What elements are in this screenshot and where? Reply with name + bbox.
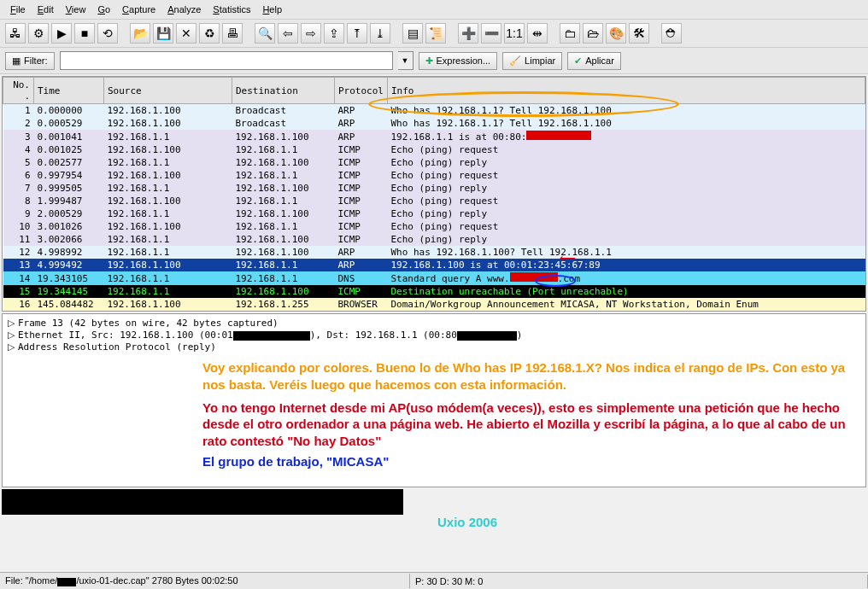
table-row[interactable]: 81.999487192.168.1.100192.168.1.1ICMPEch… — [3, 195, 865, 207]
table-row[interactable]: 1519.344145192.168.1.1192.168.1.100ICMPD… — [3, 285, 865, 298]
apply-button[interactable]: ✔ Aplicar — [567, 52, 621, 70]
menu-statistics[interactable]: Statistics — [208, 3, 255, 16]
tb-resize[interactable]: ⇹ — [527, 23, 548, 44]
status-file: File: "/home//uxio-01-dec.cap" 2780 Byte… — [0, 574, 410, 587]
packet-list-pane[interactable]: No. .TimeSourceDestinationProtocolInfo 1… — [2, 76, 866, 312]
table-row[interactable]: 134.999492192.168.1.100192.168.1.1ARP192… — [3, 259, 865, 271]
tb-zoomout[interactable]: ➖ — [481, 23, 501, 44]
menu-capture[interactable]: Capture — [117, 3, 161, 16]
table-row[interactable]: 1419.343105192.168.1.1192.168.1.1DNSStan… — [3, 271, 865, 285]
detail-arp[interactable]: ▷Address Resolution Protocol (reply) — [8, 341, 860, 353]
menu-help[interactable]: Help — [257, 3, 287, 16]
tb-capfilters[interactable]: 🗀 — [560, 23, 580, 44]
col-source[interactable]: Source — [104, 78, 232, 104]
table-row[interactable]: 30.001041192.168.1.1192.168.1.100ARP192.… — [3, 130, 865, 143]
tb-stop[interactable]: ■ — [74, 23, 95, 44]
tb-goback[interactable]: ⇦ — [278, 23, 298, 44]
tb-coloring[interactable]: 🎨 — [606, 23, 626, 44]
filter-label-btn[interactable]: ▦ Filter: — [5, 52, 55, 70]
tb-colorize[interactable]: ▤ — [402, 23, 423, 44]
col-info[interactable]: Info — [387, 78, 865, 104]
tb-dispfilters[interactable]: 🗁 — [583, 23, 603, 44]
tb-zoom100[interactable]: 1:1 — [504, 23, 525, 44]
tb-start[interactable]: ▶ — [51, 23, 72, 44]
tb-save[interactable]: 💾 — [153, 23, 173, 44]
status-packets: P: 30 D: 30 M: 0 — [410, 574, 868, 588]
detail-frame[interactable]: ▷Frame 13 (42 bytes on wire, 42 bytes ca… — [8, 318, 860, 329]
menubar: FileEditViewGoCaptureAnalyzeStatisticsHe… — [0, 0, 868, 20]
tb-restart[interactable]: ⟲ — [97, 23, 118, 44]
filter-input[interactable] — [60, 51, 393, 70]
tb-close[interactable]: ✕ — [176, 23, 196, 44]
tb-gofwd[interactable]: ⇨ — [301, 23, 321, 44]
table-row[interactable]: 60.997954192.168.1.100192.168.1.1ICMPEch… — [3, 169, 865, 182]
col-destination[interactable]: Destination — [232, 78, 335, 104]
expression-button[interactable]: ✚ Expression... — [419, 52, 498, 70]
hex-pane-redacted — [2, 489, 403, 515]
tb-autoscroll[interactable]: 📜 — [425, 23, 446, 44]
col-time[interactable]: Time — [34, 78, 104, 104]
table-row[interactable]: 10.000000192.168.1.100BroadcastARPWho ha… — [3, 104, 865, 118]
menu-go[interactable]: Go — [92, 3, 115, 16]
tb-first[interactable]: ⤒ — [347, 23, 367, 44]
table-row[interactable]: 20.000529192.168.1.100BroadcastARPWho ha… — [3, 117, 865, 130]
annotation-blue: El grupo de trabajo, "MICASA" — [202, 454, 859, 469]
tb-last[interactable]: ⤓ — [370, 23, 390, 44]
table-row[interactable]: 50.002577192.168.1.1192.168.1.100ICMPEch… — [3, 156, 865, 169]
filter-dropdown[interactable]: ▼ — [398, 51, 413, 70]
filter-icon: ▦ — [12, 55, 21, 67]
tb-prefs[interactable]: 🛠 — [629, 23, 649, 44]
table-row[interactable]: 16145.084482192.168.1.100192.168.1.255BR… — [3, 298, 865, 311]
menu-file[interactable]: File — [5, 3, 31, 16]
filter-toolbar: ▦ Filter: ▼ ✚ Expression... 🧹 Limpiar ✔ … — [0, 48, 868, 74]
filter-label: Filter: — [24, 55, 48, 66]
menu-analyze[interactable]: Analyze — [162, 3, 206, 16]
tb-zoomin[interactable]: ➕ — [458, 23, 478, 44]
table-row[interactable]: 70.999505192.168.1.1192.168.1.100ICMPEch… — [3, 182, 865, 195]
annotation-uxio: Uxio 2006 — [437, 515, 497, 529]
main-toolbar: 🖧 ⚙ ▶ ■ ⟲ 📂 💾 ✕ ♻ 🖶 🔍 ⇦ ⇨ ⇪ ⤒ ⤓ ▤ 📜 ➕ ➖ … — [0, 20, 868, 48]
table-row[interactable]: 92.000529192.168.1.1192.168.1.100ICMPEch… — [3, 207, 865, 220]
col-protocol[interactable]: Protocol — [335, 78, 388, 104]
packet-table: No. .TimeSourceDestinationProtocolInfo 1… — [3, 77, 865, 312]
col-no[interactable]: No. . — [3, 78, 34, 104]
tb-print[interactable]: 🖶 — [222, 23, 243, 44]
tb-interfaces[interactable]: 🖧 — [5, 23, 26, 44]
table-row[interactable]: 40.001025192.168.1.100192.168.1.1ICMPEch… — [3, 143, 865, 156]
packet-detail-pane[interactable]: ▷Frame 13 (42 bytes on wire, 42 bytes ca… — [2, 313, 866, 487]
table-row[interactable]: 17145.084494192.168.1.100192.168.1.255BR… — [3, 311, 865, 312]
tb-help[interactable]: ⛑ — [661, 23, 682, 44]
status-bar: File: "/home//uxio-01-dec.cap" 2780 Byte… — [0, 572, 868, 589]
menu-view[interactable]: View — [61, 3, 91, 16]
annotation-red: Yo no tengo Internet desde mi AP(uso mód… — [202, 399, 859, 450]
menu-edit[interactable]: Edit — [32, 3, 59, 16]
tb-reload[interactable]: ♻ — [199, 23, 220, 44]
annotation-orange: Voy explicando por colores. Bueno lo de … — [202, 359, 859, 394]
tb-goto[interactable]: ⇪ — [324, 23, 344, 44]
tb-open[interactable]: 📂 — [130, 23, 150, 44]
table-row[interactable]: 113.002066192.168.1.1192.168.1.100ICMPEc… — [3, 233, 865, 246]
tb-options[interactable]: ⚙ — [28, 23, 49, 44]
clear-button[interactable]: 🧹 Limpiar — [502, 52, 562, 70]
table-row[interactable]: 103.001026192.168.1.100192.168.1.1ICMPEc… — [3, 220, 865, 233]
detail-ethernet[interactable]: ▷Ethernet II, Src: 192.168.1.100 (00:01)… — [8, 329, 860, 341]
table-row[interactable]: 124.998992192.168.1.1192.168.1.100ARPWho… — [3, 246, 865, 259]
tb-find[interactable]: 🔍 — [255, 23, 275, 44]
